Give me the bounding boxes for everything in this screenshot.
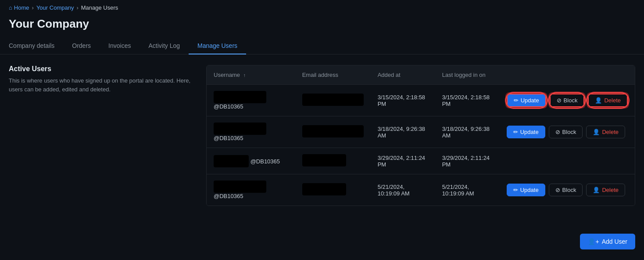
add-user-button[interactable]: 👤+ Add User xyxy=(580,234,635,249)
table-row: ████ @DB10365 5/21/2024, 10:19:09 AM 5/2… xyxy=(207,174,635,206)
action-group-4: ✏ Update ⊘ Block 👤 Delete xyxy=(507,184,628,196)
email-redacted-4 xyxy=(302,183,346,195)
username-redacted-4: ████ xyxy=(214,181,266,193)
section-title: Active Users xyxy=(9,65,193,73)
cell-email-4 xyxy=(295,174,371,206)
col-header-username: Username ↑ xyxy=(207,65,295,85)
username-redacted-2: ████ xyxy=(214,123,266,135)
section-description: This is where users who have signed up o… xyxy=(9,76,193,94)
update-button-1[interactable]: ✏ Update xyxy=(507,94,546,107)
breadcrumb: ⌂ Home › Your Company › Manage Users xyxy=(0,0,644,15)
block-icon: ⊘ xyxy=(557,97,562,104)
cell-username-4: ████ @DB10365 xyxy=(207,174,295,206)
cell-added-4: 5/21/2024, 10:19:09 AM xyxy=(371,174,435,206)
col-header-actions xyxy=(500,65,635,85)
email-redacted-3 xyxy=(302,154,346,166)
breadcrumb-current: Manage Users xyxy=(81,4,118,11)
block-button-1[interactable]: ⊘ Block xyxy=(550,94,585,107)
cell-email-1 xyxy=(295,85,371,116)
col-header-last-logged: Last logged in on xyxy=(435,65,500,85)
cell-username-1: ████ @DB10365 xyxy=(207,85,295,116)
breadcrumb-home-link[interactable]: ⌂ Home xyxy=(9,4,29,11)
update-button-4[interactable]: ✏ Update xyxy=(507,184,545,196)
cell-email-3 xyxy=(295,148,371,174)
cell-added-2: 3/18/2024, 9:26:38 AM xyxy=(371,116,435,148)
sort-asc-icon: ↑ xyxy=(243,72,246,78)
table-row: ███ @DB10365 3/29/2024, 2:11:24 PM 3/29/… xyxy=(207,148,635,174)
col-header-email: Email address xyxy=(295,65,371,85)
user-plus-icon: 👤+ xyxy=(588,238,599,245)
breadcrumb-home-label: Home xyxy=(14,4,29,11)
user-minus-icon-2: 👤 xyxy=(593,129,600,135)
action-group-2: ✏ Update ⊘ Block 👤 Delete xyxy=(507,126,628,138)
home-icon: ⌂ xyxy=(9,4,12,11)
page-header: Your Company xyxy=(0,15,644,31)
block-button-4[interactable]: ⊘ Block xyxy=(549,184,583,196)
table-row: ████ @DB10365 3/15/2024, 2:18:58 PM 3/15… xyxy=(207,85,635,116)
user-minus-icon: 👤 xyxy=(595,97,602,104)
block-icon-4: ⊘ xyxy=(555,187,560,193)
col-header-added: Added at xyxy=(371,65,435,85)
breadcrumb-sep-2: › xyxy=(76,4,78,11)
cell-actions-3 xyxy=(500,148,635,174)
users-table: Username ↑ Email address Added at Last l… xyxy=(207,65,635,206)
cell-added-3: 3/29/2024, 2:11:24 PM xyxy=(371,148,435,174)
delete-button-4[interactable]: 👤 Delete xyxy=(586,184,625,196)
cell-email-2 xyxy=(295,116,371,148)
pencil-icon-4: ✏ xyxy=(513,187,518,193)
pencil-icon-2: ✏ xyxy=(513,129,518,135)
cell-actions-2: ✏ Update ⊘ Block 👤 Delete xyxy=(500,116,635,148)
tab-orders[interactable]: Orders xyxy=(63,38,100,54)
cell-added-1: 3/15/2024, 2:18:58 PM xyxy=(371,85,435,116)
email-redacted-2 xyxy=(302,125,364,137)
tab-bar: Company details Orders Invoices Activity… xyxy=(0,38,644,54)
cell-actions-1: ✏ Update ⊘ Block 👤 Delete xyxy=(500,85,635,116)
delete-button-1[interactable]: 👤 Delete xyxy=(588,94,628,107)
tab-invoices[interactable]: Invoices xyxy=(100,38,140,54)
cell-actions-4: ✏ Update ⊘ Block 👤 Delete xyxy=(500,174,635,206)
user-minus-icon-4: 👤 xyxy=(593,187,600,193)
username-redacted-3: ███ xyxy=(214,155,249,167)
table-row: ████ @DB10365 3/18/2024, 9:26:38 AM 3/18… xyxy=(207,116,635,148)
cell-last-logged-4: 5/21/2024, 10:19:09 AM xyxy=(435,174,500,206)
update-button-2[interactable]: ✏ Update xyxy=(507,126,545,138)
table-header-row: Username ↑ Email address Added at Last l… xyxy=(207,65,635,85)
tab-activity-log[interactable]: Activity Log xyxy=(140,38,189,54)
main-content: Active Users This is where users who hav… xyxy=(0,54,644,217)
breadcrumb-company-link[interactable]: Your Company xyxy=(36,4,74,11)
cell-last-logged-3: 3/29/2024, 2:11:24 PM xyxy=(435,148,500,174)
cell-username-2: ████ @DB10365 xyxy=(207,116,295,148)
cell-last-logged-2: 3/18/2024, 9:26:38 AM xyxy=(435,116,500,148)
cell-username-3: ███ @DB10365 xyxy=(207,148,295,174)
block-icon-2: ⊘ xyxy=(555,129,560,135)
cell-last-logged-1: 3/15/2024, 2:18:58 PM xyxy=(435,85,500,116)
users-table-container: Username ↑ Email address Added at Last l… xyxy=(206,65,635,206)
breadcrumb-sep-1: › xyxy=(32,4,34,11)
page-title: Your Company xyxy=(9,17,635,31)
email-redacted-1 xyxy=(302,94,364,106)
delete-button-2[interactable]: 👤 Delete xyxy=(586,126,625,138)
username-redacted-1: ████ xyxy=(214,91,266,103)
pencil-icon: ✏ xyxy=(514,97,519,104)
action-group-1: ✏ Update ⊘ Block 👤 Delete xyxy=(507,94,628,107)
block-button-2[interactable]: ⊘ Block xyxy=(549,126,583,138)
tab-manage-users[interactable]: Manage Users xyxy=(189,38,246,54)
left-panel: Active Users This is where users who hav… xyxy=(9,65,193,206)
tab-company-details[interactable]: Company details xyxy=(9,38,63,54)
